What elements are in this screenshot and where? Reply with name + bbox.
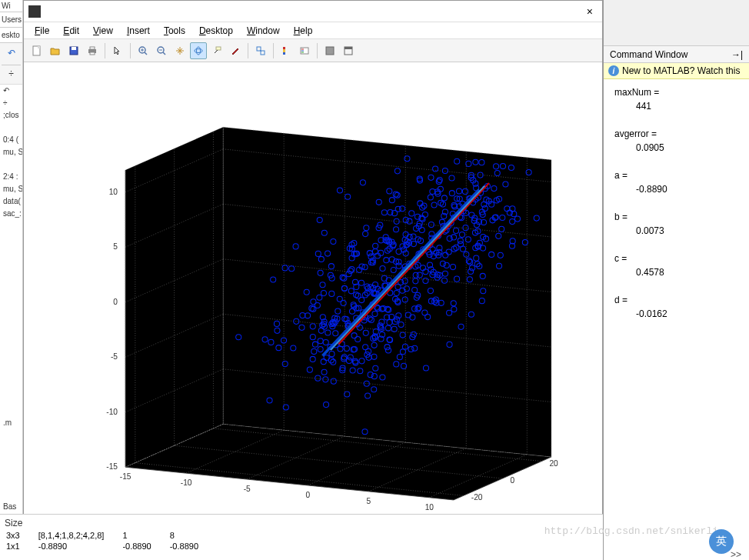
editor-line-clip <box>2 222 21 234</box>
left-partial-panel: Wi Users eskto ↶ ÷ ↶÷;clos0:4 (mu, S,2:4… <box>0 0 23 560</box>
right-spacer <box>604 0 749 46</box>
svg-point-15 <box>197 47 201 55</box>
undock-arrow-icon[interactable]: →| <box>731 49 743 60</box>
menu-edit[interactable]: Edit <box>57 24 85 38</box>
editor-line-clip: 2:4 : <box>2 172 21 185</box>
command-window-title: Command Window →| <box>604 46 749 63</box>
workspace-row[interactable]: 1x1-0.8890-0.8890-0.8890 <box>3 541 214 552</box>
workspace-row[interactable]: 3x3[8,1,4;1,8,2;4,2,8]18 <box>3 530 214 541</box>
editor-line-clip: data( <box>2 197 21 209</box>
insert-legend-icon[interactable] <box>296 42 313 59</box>
rotate3d-icon[interactable] <box>190 42 207 59</box>
editor-line-clip <box>2 234 21 246</box>
new-file-icon[interactable] <box>28 42 45 59</box>
svg-rect-5 <box>90 47 95 49</box>
open-icon[interactable] <box>47 42 64 59</box>
svg-text:0: 0 <box>113 298 118 306</box>
svg-line-17 <box>215 50 218 53</box>
svg-text:10: 10 <box>109 188 118 196</box>
svg-text:-10: -10 <box>106 408 118 416</box>
link-icon[interactable] <box>252 42 269 59</box>
svg-line-20 <box>260 50 261 52</box>
editor-line-clip: ↶ <box>2 86 21 98</box>
undo-icon[interactable]: ↶ <box>2 48 21 58</box>
figure-toolbar <box>24 39 602 62</box>
menu-help[interactable]: Help <box>288 24 319 38</box>
save-icon[interactable] <box>65 42 82 59</box>
svg-line-12 <box>163 52 165 55</box>
svg-text:-20: -20 <box>471 493 483 502</box>
menu-view[interactable]: View <box>87 24 119 38</box>
pointer-icon[interactable] <box>109 42 126 59</box>
editor-line-clip: ÷ <box>2 98 21 111</box>
cmd-var-value: -0.0162 <box>636 308 738 319</box>
editor-line-clip <box>2 320 21 332</box>
editor-line-clip <box>2 258 21 271</box>
cmd-var-name: b = <box>614 212 738 222</box>
dock-icon[interactable] <box>340 42 357 59</box>
watermark-text: http://blog.csdn.net/snikerli <box>544 525 718 537</box>
svg-rect-1 <box>38 46 40 48</box>
axes-3d[interactable]: -15-10-50510-15-10-50510-20020 X Y <box>24 62 602 559</box>
print-icon[interactable] <box>84 42 101 59</box>
editor-line-clip <box>2 295 21 308</box>
editor-line-clip: .m <box>2 418 21 431</box>
editor-line-clip <box>2 382 21 394</box>
insert-colorbar-icon[interactable] <box>278 42 295 59</box>
cmd-var-value: 441 <box>636 101 738 112</box>
editor-line-clip <box>2 123 21 135</box>
partial-path: Users <box>0 12 22 28</box>
data-cursor-icon[interactable] <box>208 42 225 59</box>
svg-rect-30 <box>345 47 352 49</box>
editor-line-clip <box>2 308 21 320</box>
editor-line-clip: mu, S, <box>2 148 21 160</box>
editor-line-clip: 0:4 ( <box>2 135 21 148</box>
info-icon: i <box>608 65 619 76</box>
hide-tools-icon[interactable] <box>321 42 338 59</box>
svg-text:5: 5 <box>366 497 371 505</box>
ime-badge[interactable]: 英 <box>709 529 734 554</box>
cmd-var-value: -0.8890 <box>636 184 738 195</box>
svg-text:-5: -5 <box>244 485 251 493</box>
svg-text:-15: -15 <box>106 462 118 471</box>
partial-tab-bottom: Bas <box>2 501 18 512</box>
cmd-var-name: maxNum = <box>614 87 738 98</box>
cmd-var-name: a = <box>614 170 738 181</box>
pan-icon[interactable] <box>171 42 188 59</box>
svg-text:10: 10 <box>425 503 434 512</box>
partial-tab: Wi <box>0 0 22 12</box>
matlab-welcome-banner[interactable]: i New to MATLAB? Watch this <box>604 63 749 79</box>
menu-desktop[interactable]: Desktop <box>193 24 239 38</box>
editor-line-clip <box>2 160 21 172</box>
svg-rect-23 <box>283 52 285 55</box>
svg-rect-22 <box>283 47 285 49</box>
divide-icon[interactable]: ÷ <box>2 68 21 79</box>
size-header: Size <box>3 516 600 530</box>
brush-icon[interactable] <box>227 42 244 59</box>
zoom-in-icon[interactable] <box>135 42 151 59</box>
cmd-var-value: 0.0073 <box>636 225 738 236</box>
svg-text:-10: -10 <box>181 478 192 487</box>
cmd-var-value: 0.4578 <box>636 267 738 278</box>
editor-line-clip <box>2 357 21 369</box>
zoom-out-icon[interactable] <box>153 42 170 59</box>
editor-line-clip <box>2 406 21 418</box>
svg-text:0: 0 <box>305 491 310 499</box>
figure-window: Figure 1 × File Edit View Insert Tools D… <box>23 0 603 560</box>
right-dock: Command Window →| i New to MATLAB? Watch… <box>603 0 749 560</box>
menu-tools[interactable]: Tools <box>158 24 191 38</box>
svg-rect-3 <box>72 47 76 50</box>
svg-text:5: 5 <box>113 242 118 251</box>
cmd-var-name: c = <box>614 253 738 264</box>
menu-window[interactable]: Window <box>241 24 286 38</box>
editor-line-clip: ;clos <box>2 111 21 123</box>
workspace-variables-strip: Size 3x3[8,1,4;1,8,2;4,2,8]181x1-0.8890-… <box>0 514 603 560</box>
close-icon[interactable]: × <box>582 5 598 18</box>
command-window-output[interactable]: maxNum =441avgerror =0.0905a =-0.8890b =… <box>604 79 749 549</box>
figure-titlebar: Figure 1 × <box>24 1 602 22</box>
editor-line-clip <box>2 271 21 283</box>
svg-text:-5: -5 <box>111 352 118 361</box>
menu-file[interactable]: File <box>28 24 55 38</box>
menu-insert[interactable]: Insert <box>121 24 156 38</box>
svg-rect-16 <box>216 47 221 50</box>
